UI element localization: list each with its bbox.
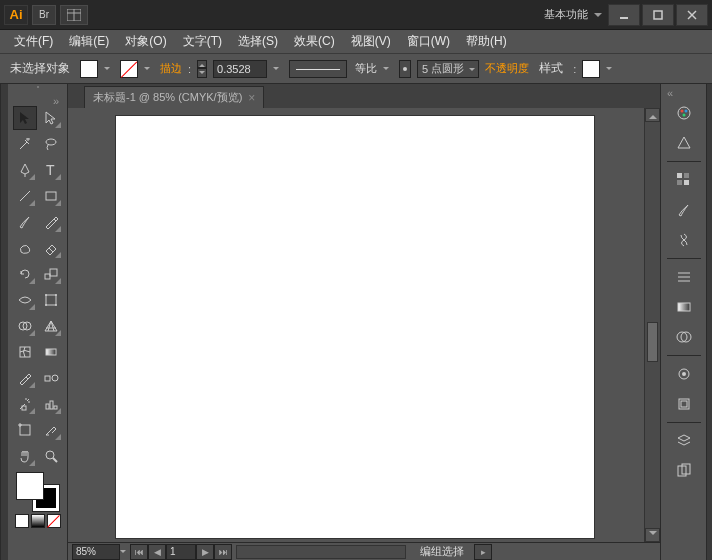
stroke-weight-spinner[interactable]	[197, 60, 207, 78]
rectangle-tool[interactable]	[39, 184, 63, 208]
zoom-dropdown-icon[interactable]	[120, 547, 130, 556]
color-solid-icon[interactable]	[15, 514, 29, 528]
app-logo-bridge[interactable]: Br	[32, 5, 56, 25]
line-segment-tool[interactable]	[13, 184, 37, 208]
zoom-level-input[interactable]: 85%	[72, 544, 120, 560]
perspective-grid-tool[interactable]	[39, 314, 63, 338]
transparency-panel-icon[interactable]	[670, 324, 698, 350]
width-tool[interactable]	[13, 288, 37, 312]
scale-tool[interactable]	[39, 262, 63, 286]
menu-file[interactable]: 文件(F)	[6, 30, 61, 53]
minimize-button[interactable]	[608, 4, 640, 26]
gradient-panel-icon[interactable]	[670, 294, 698, 320]
slice-tool[interactable]	[39, 418, 63, 442]
toolbox-grip[interactable]	[12, 86, 63, 94]
stroke-weight-input[interactable]: 0.3528	[213, 60, 267, 78]
fill-stroke-color[interactable]	[16, 472, 60, 512]
canvas-viewport[interactable]	[68, 108, 660, 542]
fill-color-swatch[interactable]	[16, 472, 44, 500]
blend-tool[interactable]	[39, 366, 63, 390]
toolbox-collapse-icon[interactable]	[12, 96, 63, 106]
brushes-panel-icon[interactable]	[670, 197, 698, 223]
symbol-sprayer-tool[interactable]	[13, 392, 37, 416]
artboard-tool[interactable]	[13, 418, 37, 442]
variable-width-profile[interactable]	[289, 60, 347, 78]
gradient-tool[interactable]	[39, 340, 63, 364]
symbols-panel-icon[interactable]	[670, 227, 698, 253]
paintbrush-tool[interactable]	[13, 210, 37, 234]
artboard-number-input[interactable]: 1	[166, 544, 196, 560]
workspace-switcher[interactable]: 基本功能	[536, 5, 606, 25]
direct-selection-tool[interactable]	[39, 106, 63, 130]
graphic-style-swatch[interactable]	[582, 60, 600, 78]
ratio-dropdown-icon[interactable]	[383, 64, 393, 73]
brush-definition-dropdown[interactable]: 5 点圆形	[417, 60, 479, 78]
lasso-tool[interactable]	[39, 132, 63, 156]
panel-expand-icon[interactable]	[661, 88, 706, 98]
app-logo-illustrator[interactable]: Ai	[4, 5, 28, 25]
right-rail[interactable]	[706, 84, 712, 560]
menu-type[interactable]: 文字(T)	[175, 30, 230, 53]
last-artboard-button[interactable]: ⏭	[214, 544, 232, 560]
scroll-thumb[interactable]	[647, 322, 658, 362]
color-none-icon[interactable]	[47, 514, 61, 528]
magic-wand-tool[interactable]	[13, 132, 37, 156]
close-tab-icon[interactable]: ×	[248, 91, 255, 105]
eyedropper-tool[interactable]	[13, 366, 37, 390]
stroke-panel-icon[interactable]	[670, 264, 698, 290]
selection-tool[interactable]	[13, 106, 37, 130]
stroke-label[interactable]: 描边	[160, 61, 182, 76]
document-tab[interactable]: 未标题-1 @ 85% (CMYK/预览) ×	[84, 86, 264, 108]
color-panel-icon[interactable]	[670, 100, 698, 126]
style-dropdown-icon[interactable]	[606, 64, 616, 73]
menu-object[interactable]: 对象(O)	[117, 30, 174, 53]
svg-point-15	[45, 294, 47, 296]
stroke-dropdown-icon[interactable]	[144, 64, 154, 73]
first-artboard-button[interactable]: ⏮	[130, 544, 148, 560]
free-transform-tool[interactable]	[39, 288, 63, 312]
graphic-styles-panel-icon[interactable]	[670, 391, 698, 417]
brush-definition-dot-icon[interactable]	[399, 60, 411, 78]
layers-panel-icon[interactable]	[670, 428, 698, 454]
column-graph-tool[interactable]	[39, 392, 63, 416]
fill-dropdown-icon[interactable]	[104, 64, 114, 73]
stroke-weight-dropdown-icon[interactable]	[273, 64, 283, 73]
menu-effect[interactable]: 效果(C)	[286, 30, 343, 53]
scroll-up-icon[interactable]	[645, 108, 660, 122]
zoom-tool[interactable]	[39, 444, 63, 468]
left-rail[interactable]	[0, 84, 8, 560]
menu-edit[interactable]: 编辑(E)	[61, 30, 117, 53]
pencil-tool[interactable]	[39, 210, 63, 234]
color-guide-panel-icon[interactable]	[670, 130, 698, 156]
next-artboard-button[interactable]: ▶	[196, 544, 214, 560]
menu-help[interactable]: 帮助(H)	[458, 30, 515, 53]
horizontal-scrollbar[interactable]	[236, 545, 406, 559]
shape-builder-tool[interactable]	[13, 314, 37, 338]
opacity-label[interactable]: 不透明度	[485, 61, 529, 76]
mesh-tool[interactable]	[13, 340, 37, 364]
scroll-down-icon[interactable]	[645, 528, 660, 542]
type-tool[interactable]: T	[39, 158, 63, 182]
stroke-swatch[interactable]	[120, 60, 138, 78]
menu-select[interactable]: 选择(S)	[230, 30, 286, 53]
status-menu-button[interactable]: ▸	[474, 544, 492, 560]
prev-artboard-button[interactable]: ◀	[148, 544, 166, 560]
rotate-tool[interactable]	[13, 262, 37, 286]
swatches-panel-icon[interactable]	[670, 167, 698, 193]
eraser-tool[interactable]	[39, 236, 63, 260]
profile-width: 5	[422, 63, 428, 75]
blob-brush-tool[interactable]	[13, 236, 37, 260]
pen-tool[interactable]	[13, 158, 37, 182]
artboards-panel-icon[interactable]	[670, 458, 698, 484]
menu-view[interactable]: 视图(V)	[343, 30, 399, 53]
maximize-button[interactable]	[642, 4, 674, 26]
hand-tool[interactable]	[13, 444, 37, 468]
menu-window[interactable]: 窗口(W)	[399, 30, 458, 53]
artboard[interactable]	[116, 116, 594, 538]
color-gradient-icon[interactable]	[31, 514, 45, 528]
close-button[interactable]	[676, 4, 708, 26]
vertical-scrollbar[interactable]	[644, 108, 660, 542]
fill-swatch[interactable]	[80, 60, 98, 78]
arrange-documents-dropdown[interactable]	[60, 5, 88, 25]
appearance-panel-icon[interactable]	[670, 361, 698, 387]
